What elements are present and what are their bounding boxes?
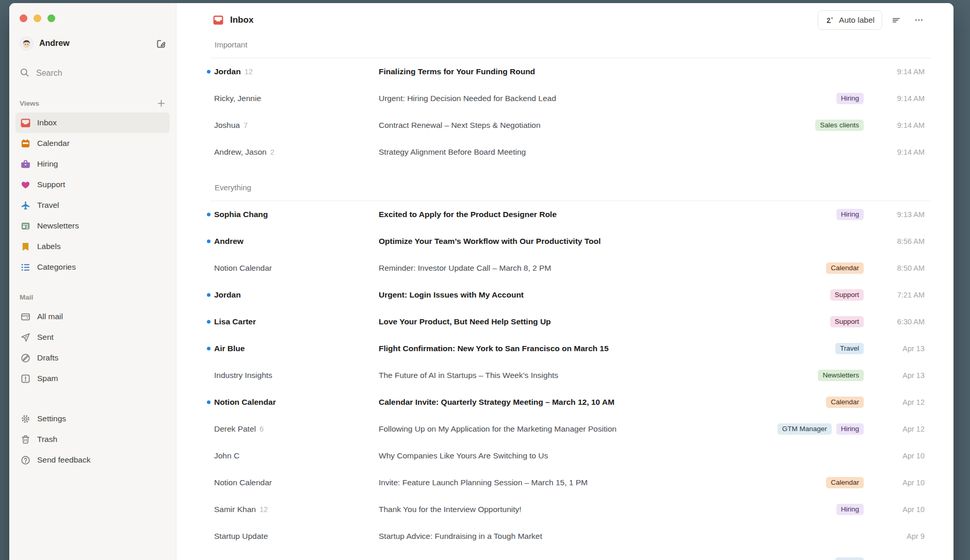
email-row[interactable]: John CWhy Companies Like Yours Are Switc… xyxy=(176,442,953,469)
email-row[interactable]: Ricky, JennieUrgent: Hiring Decision Nee… xyxy=(176,85,953,112)
calendar-icon xyxy=(21,139,30,149)
email-row[interactable]: Industry InsightsThe Future of AI in Sta… xyxy=(176,362,953,389)
label-badge[interactable]: Sales clients xyxy=(815,120,864,131)
sidebar-item-sent[interactable]: Sent xyxy=(15,327,170,348)
ellipsis-icon xyxy=(914,15,924,25)
label-badge[interactable]: Calendar xyxy=(826,477,864,488)
sidebar-item-drafts[interactable]: Drafts xyxy=(15,348,170,368)
thread-count: 7 xyxy=(244,121,248,129)
label-badge[interactable]: Calendar xyxy=(826,397,864,408)
email-time: Apr 13 xyxy=(871,371,925,380)
more-options-button[interactable] xyxy=(910,11,928,29)
email-subject: Strategy Alignment Before Board Meeting xyxy=(379,147,864,157)
account-name: Andrew xyxy=(39,39,153,48)
email-subject: Excited to Apply for the Product Designe… xyxy=(379,210,836,219)
email-badges: Travel xyxy=(835,343,864,354)
sidebar-item-newsletters[interactable]: Newsletters xyxy=(15,216,170,236)
email-time: 8:50 AM xyxy=(871,264,925,272)
email-row[interactable]: JordanUrgent: Login Issues with My Accou… xyxy=(176,282,953,308)
email-badges: Hiring xyxy=(836,93,864,104)
add-view-button[interactable] xyxy=(153,95,169,111)
sidebar-item-label: All mail xyxy=(37,312,63,321)
label-badge[interactable]: Hiring xyxy=(836,504,864,515)
email-row[interactable]: Notion CalendarCalendar Invite: Quarterl… xyxy=(176,389,953,416)
label-badge[interactable]: Calendar xyxy=(826,262,864,274)
draft-icon xyxy=(21,353,30,363)
email-row[interactable]: Samir Khan12Thank You for the Interview … xyxy=(176,496,953,523)
email-row[interactable]: Derek Patel6Following Up on My Applicati… xyxy=(176,416,953,442)
label-badge[interactable]: Support xyxy=(830,289,864,301)
sidebar-item-support[interactable]: Support xyxy=(15,174,170,195)
sidebar-item-calendar[interactable]: Calendar xyxy=(15,133,170,154)
sidebar-item-spam[interactable]: Spam xyxy=(15,368,170,389)
email-row[interactable]: Jordan12Finalizing Terms for Your Fundin… xyxy=(176,58,953,85)
search-button[interactable]: Search xyxy=(20,65,169,81)
email-row[interactable]: Car RentalsUpgrade: Rental Details – Pic… xyxy=(176,550,953,560)
label-badge[interactable]: Hiring xyxy=(836,93,864,104)
unread-dot xyxy=(207,401,211,404)
filter-button[interactable] xyxy=(887,11,905,29)
sidebar-item-label: Calendar xyxy=(37,139,70,148)
thread-count: 6 xyxy=(260,425,264,433)
email-sender: Derek Patel6 xyxy=(214,424,379,434)
email-row[interactable]: Joshua7Contract Renewal – Next Steps & N… xyxy=(176,112,953,139)
email-sender: Sophia Chang xyxy=(214,210,379,219)
email-time: Apr 10 xyxy=(871,479,925,487)
unread-dot xyxy=(207,213,211,217)
sidebar-item-travel[interactable]: Travel xyxy=(15,195,170,216)
email-sender: Notion Calendar xyxy=(214,478,379,487)
email-row[interactable]: Notion CalendarReminder: Investor Update… xyxy=(176,255,953,282)
email-row[interactable]: Andrew, Jason2Strategy Alignment Before … xyxy=(176,139,953,166)
thread-count: 12 xyxy=(245,68,253,76)
mail-list: All mailSentDraftsSpam xyxy=(9,306,176,389)
email-sender: Startup Update xyxy=(214,532,379,541)
label-badge[interactable]: GTM Manager xyxy=(778,423,832,435)
sidebar-item-all-mail[interactable]: All mail xyxy=(15,306,170,327)
unread-dot xyxy=(207,320,211,324)
auto-label-button[interactable]: Auto label xyxy=(818,10,882,30)
label-badge[interactable]: Newsletters xyxy=(818,370,864,381)
email-row[interactable]: Notion CalendarInvite: Feature Launch Pl… xyxy=(176,469,953,496)
label-badge[interactable]: Hiring xyxy=(836,423,864,435)
auto-label-icon xyxy=(826,16,834,25)
email-row[interactable]: Sophia ChangExcited to Apply for the Pro… xyxy=(176,201,953,228)
label-badge[interactable]: Hiring xyxy=(836,209,864,220)
label-badge[interactable]: Travel xyxy=(835,557,864,560)
newspaper-icon xyxy=(21,221,30,231)
search-label: Search xyxy=(36,69,62,78)
sidebar-item-labels[interactable]: Labels xyxy=(15,236,170,257)
label-badge[interactable]: Support xyxy=(830,316,864,327)
sidebar-item-categories[interactable]: Categories xyxy=(15,257,170,277)
section-everything: EverythingSophia ChangExcited to Apply f… xyxy=(176,183,953,560)
zoom-window-button[interactable] xyxy=(47,14,55,22)
main-header: Inbox Auto label xyxy=(176,3,953,35)
email-time: 9:14 AM xyxy=(871,148,925,156)
email-time: Apr 10 xyxy=(871,505,925,514)
email-subject: The Future of AI in Startups – This Week… xyxy=(379,371,818,380)
email-sender: Ricky, Jennie xyxy=(214,94,379,103)
account-row[interactable]: Andrew xyxy=(20,35,169,52)
label-badge[interactable]: Travel xyxy=(835,343,864,354)
thread-count: 12 xyxy=(260,505,268,514)
email-row[interactable]: Lisa CarterLove Your Product, But Need H… xyxy=(176,308,953,335)
sidebar-item-label: Sent xyxy=(37,333,54,342)
minimize-window-button[interactable] xyxy=(34,14,41,22)
send-icon xyxy=(21,333,30,342)
email-subject: Optimize Your Team’s Workflow with Our P… xyxy=(379,237,864,246)
gear-icon xyxy=(21,414,30,424)
email-row[interactable]: AndrewOptimize Your Team’s Workflow with… xyxy=(176,228,953,255)
email-row[interactable]: Startup UpdateStartup Advice: Fundraisin… xyxy=(176,523,953,550)
sidebar-item-settings[interactable]: Settings xyxy=(15,408,170,429)
email-row[interactable]: Air BlueFlight Confirmation: New York to… xyxy=(176,335,953,362)
desktop-background: Andrew Search Views InboxCalendarHiringS… xyxy=(0,0,970,560)
email-subject: Startup Advice: Fundraising in a Tough M… xyxy=(379,532,864,541)
sidebar-item-send-feedback[interactable]: Send feedback xyxy=(15,450,170,470)
email-time: Apr 9 xyxy=(871,532,925,540)
sidebar-item-hiring[interactable]: Hiring xyxy=(15,154,170,174)
sidebar-item-inbox[interactable]: Inbox xyxy=(15,112,170,133)
filter-icon xyxy=(892,15,901,25)
compose-button[interactable] xyxy=(153,36,169,51)
close-window-button[interactable] xyxy=(20,14,27,22)
sidebar-item-trash[interactable]: Trash xyxy=(15,429,170,450)
email-time: 9:14 AM xyxy=(871,94,925,103)
